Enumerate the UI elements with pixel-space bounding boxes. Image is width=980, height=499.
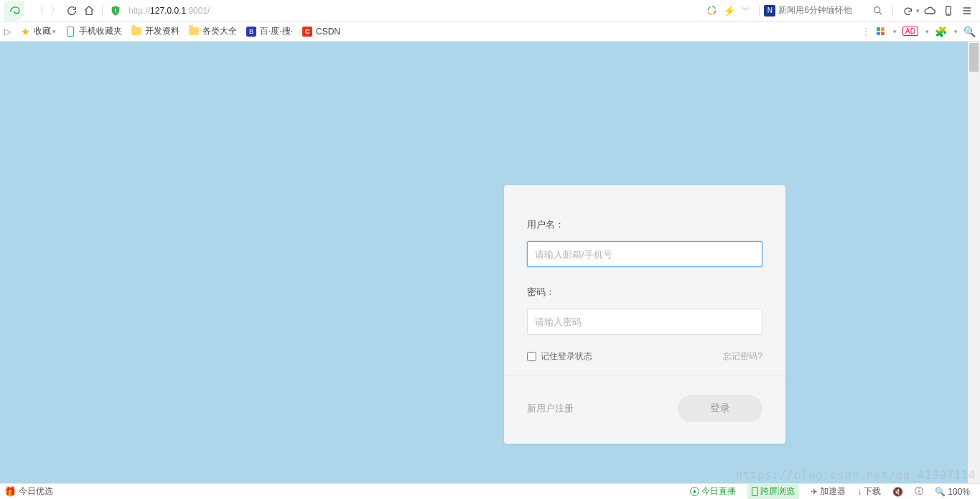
bookmark-dev-label: 开发资料 <box>145 25 179 37</box>
browser-toolbar: 〈 〉 http:// 127.0.0.1 :9001/ ⚡ ︾ N 新闻用6分… <box>0 0 980 22</box>
more-menu-icon[interactable]: ⋮ <box>862 27 870 37</box>
url-scheme: http:// <box>129 6 150 16</box>
reload-button[interactable] <box>63 2 80 19</box>
status-cross-label: 跨屏浏览 <box>760 485 795 498</box>
download-icon: ↓ <box>857 487 862 497</box>
username-label: 用户名： <box>527 218 762 231</box>
bookmark-csdn[interactable]: C CSDN <box>302 26 340 37</box>
menu-button[interactable] <box>958 2 976 19</box>
hamburger-icon <box>961 5 973 17</box>
status-bar: 🎁 今日优选 今日直播 跨屏浏览 ✈ 加速器 ↓ 下载 🔇 ⓘ 🔍 100% <box>0 483 980 499</box>
register-link[interactable]: 新用户注册 <box>527 402 574 415</box>
gift-icon[interactable]: 🎁 <box>4 486 16 497</box>
watermark-text: https://blog.csdn.net/qq_41397114 <box>736 468 976 482</box>
favorites-button[interactable]: ★ 收藏▾ <box>19 25 56 37</box>
browser-logo-icon <box>8 4 21 17</box>
zoom-icon: 🔍 <box>935 487 946 497</box>
nav-forward-button[interactable]: 〉 <box>47 4 63 17</box>
status-live-label: 今日直播 <box>701 485 736 498</box>
csdn-icon: C <box>302 26 313 37</box>
status-live[interactable]: 今日直播 <box>690 485 736 498</box>
remember-checkbox[interactable]: 记住登录状态 <box>527 350 592 363</box>
mute-icon: 🔇 <box>892 487 903 497</box>
url-host: 127.0.0.1 <box>150 6 186 16</box>
zoom-level: 100% <box>948 487 970 497</box>
divider <box>759 5 760 17</box>
username-input[interactable] <box>527 241 762 267</box>
nav-back-button[interactable]: 〈 <box>32 4 47 17</box>
rocket-icon: ✈ <box>811 487 818 497</box>
undo-button[interactable] <box>899 2 916 19</box>
login-button[interactable]: 登录 <box>678 395 762 422</box>
status-network[interactable]: ⓘ <box>915 485 923 498</box>
status-download[interactable]: ↓ 下载 <box>857 485 881 498</box>
extension-aperture-icon[interactable] <box>705 4 718 17</box>
favorites-label: 收藏 <box>34 25 51 37</box>
address-bar[interactable]: http:// 127.0.0.1 :9001/ <box>129 6 210 16</box>
status-accel-label: 加速器 <box>820 485 846 498</box>
bookmark-mobile-label: 手机收藏夹 <box>79 25 122 37</box>
folder-icon <box>188 26 200 37</box>
news-favicon-icon: N <box>764 5 775 17</box>
undo-icon <box>902 5 913 17</box>
browser-logo <box>4 1 24 21</box>
find-in-page-icon[interactable]: 🔍 <box>963 26 976 37</box>
status-accelerator[interactable]: ✈ 加速器 <box>811 485 846 498</box>
undo-menu-caret-icon[interactable]: ▾ <box>916 7 920 14</box>
play-circle-icon <box>690 487 699 496</box>
url-rest: :9001/ <box>186 6 210 16</box>
home-button[interactable] <box>80 2 98 19</box>
status-download-label: 下载 <box>864 485 881 498</box>
bookmark-baidu[interactable]: B 百·度·搜· <box>246 25 293 37</box>
bookmark-dev[interactable]: 开发资料 <box>131 25 179 37</box>
status-zoom[interactable]: 🔍 100% <box>935 487 970 497</box>
bookmark-mobile[interactable]: 手机收藏夹 <box>65 25 122 37</box>
scrollbar-thumb[interactable] <box>969 43 979 72</box>
bookmarks-bar: ▷ ★ 收藏▾ 手机收藏夹 开发资料 各类大全 B 百·度·搜· C CSDN … <box>0 22 980 42</box>
shield-icon <box>110 5 121 17</box>
news-headline[interactable]: 新闻用6分钟缅怀他 <box>778 4 852 17</box>
forgot-password-link[interactable]: 忘记密码? <box>723 350 762 363</box>
ad-block-icon[interactable]: AD <box>902 27 918 36</box>
bookmark-categories-label: 各类大全 <box>202 25 237 37</box>
page-viewport: 用户名： 密码： 记住登录状态 忘记密码? 新用户注册 登录 https://b… <box>0 42 980 483</box>
mobile-icon <box>943 5 954 17</box>
network-icon: ⓘ <box>915 485 923 498</box>
bookmark-csdn-label: CSDN <box>316 27 340 37</box>
cloud-button[interactable] <box>921 2 938 19</box>
remember-label: 记住登录状态 <box>541 350 592 363</box>
dropdown-caret-icon[interactable]: ︾ <box>739 4 752 17</box>
svg-point-0 <box>874 6 880 12</box>
divider <box>892 5 893 17</box>
today-picks[interactable]: 今日优选 <box>19 485 53 498</box>
login-card: 用户名： 密码： 记住登录状态 忘记密码? 新用户注册 登录 <box>504 185 785 444</box>
svg-point-2 <box>948 13 948 14</box>
mobile-button[interactable] <box>940 2 957 19</box>
cloud-icon <box>924 5 935 17</box>
search-icon <box>872 5 884 17</box>
apps-caret-icon[interactable]: ▾ <box>893 28 897 35</box>
reload-icon <box>66 5 78 17</box>
mobile-small-icon <box>752 487 758 496</box>
baidu-icon: B <box>246 26 257 37</box>
extensions-puzzle-icon[interactable]: 🧩 <box>935 26 947 37</box>
password-label: 密码： <box>527 286 762 299</box>
star-icon: ★ <box>19 26 31 37</box>
password-input[interactable] <box>527 309 762 335</box>
status-cross-screen[interactable]: 跨屏浏览 <box>747 484 799 499</box>
bookmark-categories[interactable]: 各类大全 <box>188 25 237 37</box>
divider <box>102 5 103 17</box>
scrollbar-track[interactable] <box>968 42 980 483</box>
remember-checkbox-input[interactable] <box>527 352 536 361</box>
apps-grid-icon[interactable] <box>876 27 886 36</box>
mobile-folder-icon <box>65 26 76 37</box>
home-icon <box>83 5 95 17</box>
security-shield-button[interactable] <box>107 2 124 19</box>
bookmark-baidu-label: 百·度·搜· <box>260 25 293 37</box>
bolt-icon[interactable]: ⚡ <box>722 4 735 17</box>
folder-icon <box>131 26 142 37</box>
toggle-sidebar-button[interactable]: ▷ <box>4 27 11 37</box>
search-button[interactable] <box>869 2 887 19</box>
status-mute[interactable]: 🔇 <box>892 487 903 497</box>
